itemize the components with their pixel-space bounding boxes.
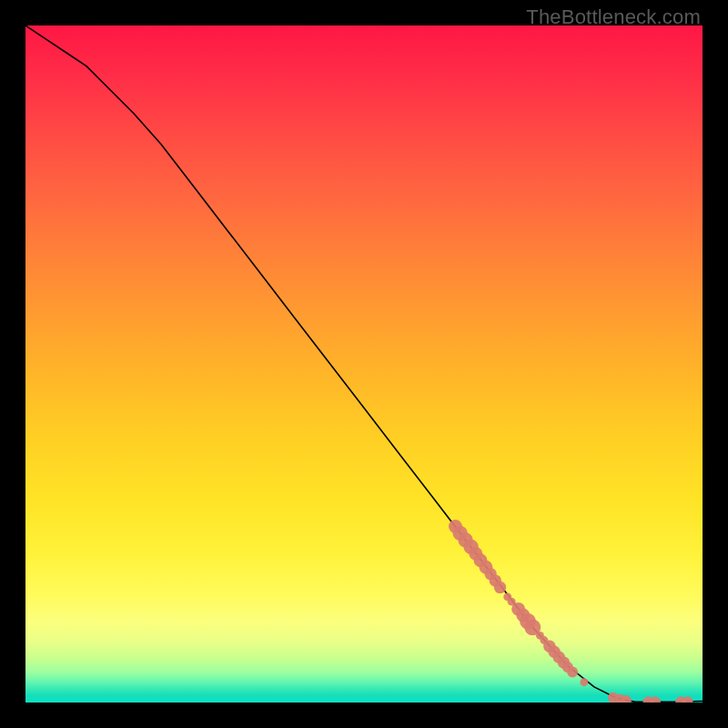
curve-line (25, 25, 703, 702)
scatter-point (682, 696, 693, 703)
scatter-group (449, 520, 693, 703)
plot-area (25, 25, 703, 703)
chart-stage: TheBottleneck.com (0, 0, 728, 728)
scatter-point (494, 581, 506, 593)
scatter-point (567, 667, 578, 678)
scatter-point (580, 678, 588, 686)
chart-svg (25, 25, 703, 703)
